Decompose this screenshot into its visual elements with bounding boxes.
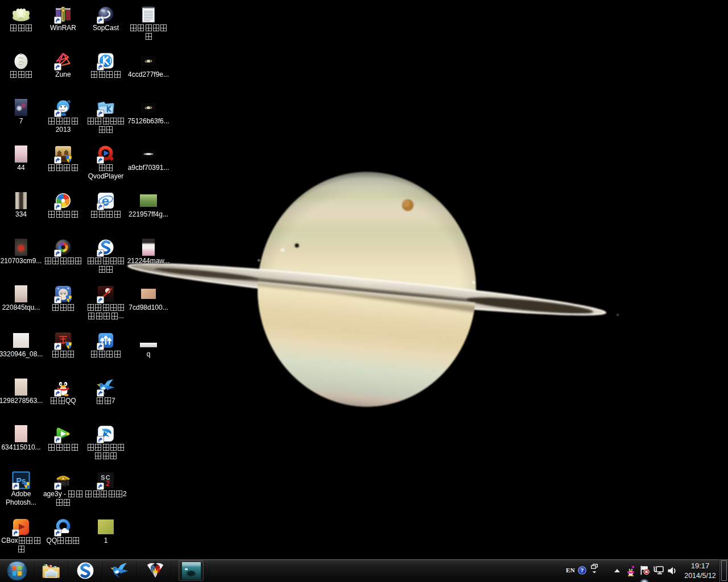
svg-text:?: ? (581, 567, 584, 573)
